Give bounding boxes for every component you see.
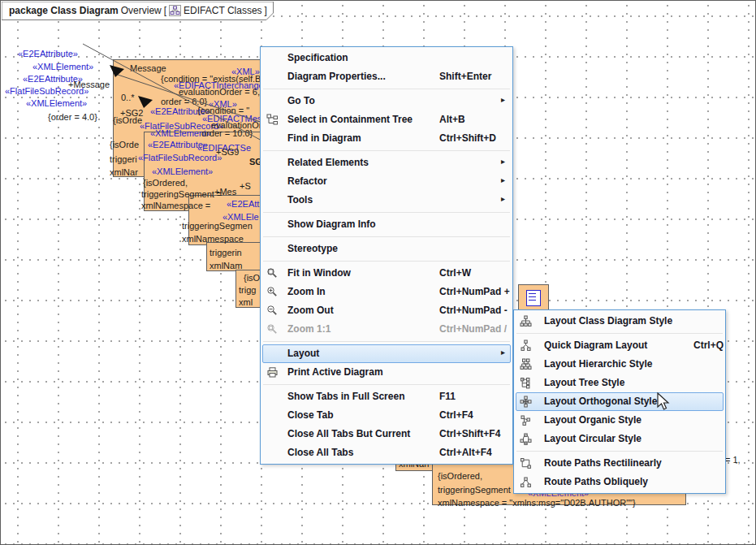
menu-item-label: Related Elements bbox=[287, 157, 369, 168]
route-oblique-icon bbox=[520, 476, 532, 488]
submenu-layout-orthogonal-style[interactable]: Layout Orthogonal Style bbox=[516, 392, 724, 411]
menu-refactor[interactable]: Refactor▸ bbox=[262, 172, 511, 191]
menu-separator bbox=[516, 451, 723, 452]
zoom-out-icon bbox=[266, 305, 279, 317]
menu-close-tab[interactable]: Close TabCtrl+F4 bbox=[262, 406, 511, 425]
submenu-layout-organic-style[interactable]: Layout Organic Style bbox=[516, 411, 724, 430]
menu-close-all-tabs-but-current[interactable]: Close All Tabs But CurrentCtrl+Shift+F4 bbox=[262, 425, 511, 443]
menu-zoom-in[interactable]: Zoom InCtrl+NumPad + bbox=[262, 283, 511, 301]
class-property-text: xmlNamespace bbox=[182, 234, 244, 244]
submenu-layout-hierarchic-style[interactable]: Layout Hierarchic Style bbox=[516, 355, 724, 374]
class-property-text: triggeringSegmen bbox=[182, 221, 253, 231]
menu-print-active-diagram[interactable]: Print Active Diagram bbox=[262, 363, 511, 382]
menu-item-label: Fit in Window bbox=[287, 267, 351, 279]
menu-stereotype[interactable]: Stereotype bbox=[262, 240, 511, 258]
menu-item-shortcut: Ctrl+NumPad / bbox=[439, 323, 507, 335]
class-property-text: trigg bbox=[239, 285, 256, 295]
note-shape[interactable] bbox=[518, 284, 549, 312]
menu-separator bbox=[263, 212, 510, 213]
menu-item-label: Layout Circular Style bbox=[544, 433, 642, 444]
submenu-route-paths-obliquely[interactable]: Route Paths Obliquely bbox=[516, 473, 724, 491]
menu-item-label: Zoom 1:1 bbox=[287, 323, 330, 335]
menu-item-shortcut: Ctrl+Alt+F4 bbox=[439, 447, 492, 458]
menu-item-shortcut: Ctrl+W bbox=[439, 267, 471, 279]
blank-icon-slot bbox=[266, 409, 279, 422]
frame-tab-text: package Class Diagram Overview [ EDIFACT… bbox=[9, 5, 267, 16]
submenu-layout-class-diagram-style[interactable]: Layout Class Diagram Style bbox=[516, 312, 724, 331]
stereotype-label: «XMLElement» bbox=[32, 62, 93, 71]
menu-separator bbox=[263, 150, 510, 151]
class-property-text: xml bbox=[239, 297, 253, 307]
document-icon bbox=[526, 290, 541, 306]
submenu-arrow-icon: ▸ bbox=[501, 194, 505, 203]
layout-submenu: Layout Class Diagram StyleQuick Diagram … bbox=[513, 309, 726, 494]
menu-item-label: Quick Diagram Layout bbox=[544, 340, 647, 351]
menu-item-label: Layout Hierarchic Style bbox=[544, 358, 652, 370]
class-property-text: = 1, bbox=[725, 455, 741, 465]
menu-select-in-containment-tree[interactable]: Select in Containment TreeAlt+B bbox=[262, 110, 511, 129]
menu-layout[interactable]: Layout▸ bbox=[262, 344, 511, 363]
menu-tools[interactable]: Tools▸ bbox=[262, 191, 511, 210]
menu-zoom-out[interactable]: Zoom OutCtrl+NumPad - bbox=[262, 301, 511, 320]
blank-icon-slot bbox=[266, 243, 279, 255]
blank-icon-slot bbox=[266, 218, 279, 231]
menu-item-label: Stereotype bbox=[287, 243, 338, 254]
menu-find-in-diagram[interactable]: Find in DiagramCtrl+Shift+D bbox=[262, 129, 511, 148]
menu-item-shortcut: F11 bbox=[439, 391, 456, 402]
submenu-layout-circular-style[interactable]: Layout Circular Style bbox=[516, 430, 724, 448]
class-property-text: 0..* bbox=[121, 93, 135, 102]
menu-show-tabs-in-full-screen[interactable]: Show Tabs in Full ScreenF11 bbox=[262, 387, 511, 406]
menu-separator bbox=[516, 333, 723, 334]
class-property-text: {isO bbox=[244, 273, 260, 283]
submenu-layout-tree-style[interactable]: Layout Tree Style bbox=[516, 374, 724, 392]
stereotype-label: «E2EAttribute» bbox=[18, 49, 78, 58]
menu-item-label: Find in Diagram bbox=[287, 132, 361, 144]
blank-icon-slot bbox=[266, 428, 279, 440]
tree-layout-icon bbox=[520, 377, 532, 389]
class-property-text: xmlNamespace = "xmlns:msg="D02B.AUTHOR""… bbox=[438, 498, 636, 508]
class-property-text: triggerin bbox=[210, 248, 242, 257]
diagram-frame-tab[interactable]: package Class Diagram Overview [ EDIFACT… bbox=[2, 2, 278, 21]
class-property-text: {isOrdered, bbox=[438, 471, 482, 481]
menu-close-all-tabs[interactable]: Close All TabsCtrl+Alt+F4 bbox=[262, 443, 511, 462]
class-property-text: triggeri bbox=[110, 154, 137, 164]
menu-item-label: Show Tabs in Full Screen bbox=[287, 391, 404, 402]
layout-class-diagram-icon bbox=[520, 315, 532, 327]
application-window: package Class Diagram Overview [ EDIFACT… bbox=[0, 0, 756, 545]
print-icon bbox=[266, 366, 279, 378]
class-property-text: +S bbox=[240, 181, 251, 191]
menu-specification[interactable]: Specification bbox=[262, 49, 511, 67]
menu-item-label: Route Paths Obliquely bbox=[544, 476, 648, 487]
menu-item-label: Specification bbox=[287, 52, 348, 63]
menu-fit-in-window[interactable]: Fit in WindowCtrl+W bbox=[262, 264, 511, 283]
stereotype-label: «XMLElement» bbox=[26, 98, 87, 108]
blank-icon-slot bbox=[266, 175, 279, 188]
menu-item-label: Route Paths Rectilinearly bbox=[544, 457, 662, 469]
submenu-quick-diagram-layout[interactable]: Quick Diagram LayoutCtrl+Q bbox=[516, 336, 724, 355]
organic-layout-icon bbox=[520, 414, 532, 426]
submenu-route-paths-rectilinearly[interactable]: Route Paths Rectilinearly bbox=[516, 454, 724, 473]
blank-icon-slot bbox=[266, 71, 279, 83]
menu-item-label: Layout Class Diagram Style bbox=[544, 315, 672, 327]
menu-item-label: Diagram Properties... bbox=[287, 71, 386, 82]
diagram-canvas[interactable]: package Class Diagram Overview [ EDIFACT… bbox=[2, 2, 755, 544]
frame-open-bracket: [ bbox=[164, 5, 166, 16]
menu-item-shortcut: Ctrl+Shift+D bbox=[439, 132, 496, 144]
menu-diagram-properties[interactable]: Diagram Properties...Shift+Enter bbox=[262, 67, 511, 86]
class-property-text: {isOrdered, bbox=[143, 178, 188, 188]
frame-diagram-name: EDIFACT Classes bbox=[184, 5, 261, 16]
menu-related-elements[interactable]: Related Elements▸ bbox=[262, 154, 511, 172]
menu-item-label: Refactor bbox=[287, 175, 327, 187]
blank-icon-slot bbox=[266, 194, 279, 206]
stereotype-label: «E2EAtt bbox=[227, 199, 259, 209]
menu-go-to[interactable]: Go To▸ bbox=[262, 92, 511, 110]
menu-show-diagram-info[interactable]: Show Diagram Info bbox=[262, 215, 511, 234]
zoom-1-1-icon bbox=[266, 323, 279, 335]
menu-item-label: Layout bbox=[287, 348, 319, 359]
menu-item-shortcut: Ctrl+Q bbox=[693, 340, 724, 351]
menu-separator bbox=[263, 236, 510, 237]
menu-item-label: Close All Tabs But Current bbox=[287, 428, 410, 439]
frame-close-bracket: ] bbox=[265, 5, 267, 16]
menu-item-label: Layout Orthogonal Style bbox=[544, 396, 657, 407]
stereotype-label: «XMLElement» bbox=[152, 167, 213, 176]
